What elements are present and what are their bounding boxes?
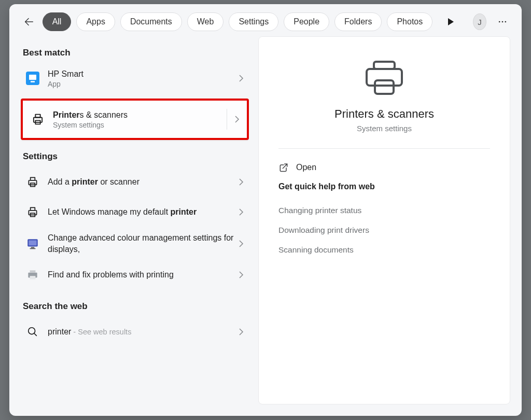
svg-rect-28	[375, 80, 394, 94]
svg-rect-19	[31, 247, 35, 248]
svg-point-2	[499, 21, 500, 23]
hp-smart-icon	[25, 71, 40, 86]
svg-rect-6	[29, 75, 36, 80]
settings-result-0[interactable]: Add a printer or scanner	[21, 167, 249, 197]
web-query: printer	[48, 326, 71, 338]
play-icon	[447, 18, 454, 26]
svg-rect-12	[31, 177, 35, 180]
preview-subtitle: System settings	[278, 124, 490, 133]
chevron-right-icon	[234, 115, 240, 123]
settings-result-3[interactable]: Find and fix problems with printing	[21, 260, 249, 290]
help-link-0[interactable]: Changing printer status	[278, 201, 490, 220]
printer-icon	[30, 111, 46, 127]
chevron-right-icon	[239, 74, 244, 82]
open-action[interactable]: Open	[278, 160, 490, 182]
settings-result-1[interactable]: Let Windows manage my default printer	[21, 197, 249, 227]
chevron-right-icon	[239, 178, 244, 186]
section-title-best-match: Best match	[23, 48, 249, 58]
arrow-left-icon	[23, 16, 35, 27]
printer-icon	[25, 204, 40, 220]
help-link-1[interactable]: Downloading print drivers	[278, 220, 490, 240]
svg-marker-1	[448, 18, 454, 25]
tab-apps[interactable]: Apps	[76, 12, 115, 31]
tab-photos[interactable]: Photos	[387, 12, 432, 31]
open-external-icon	[278, 162, 289, 173]
svg-point-4	[505, 21, 506, 23]
tab-web[interactable]: Web	[187, 12, 224, 31]
result-hp-smart[interactable]: HP Smart App	[21, 63, 249, 93]
result-title: Printers & scanners	[53, 109, 223, 121]
back-button[interactable]	[21, 11, 37, 32]
svg-rect-18	[29, 240, 36, 245]
web-result[interactable]: printer - See web results	[21, 317, 249, 347]
svg-rect-9	[35, 115, 40, 118]
tabs: AllAppsDocumentsWebSettingsPeopleFolders…	[43, 12, 433, 31]
tab-settings[interactable]: Settings	[229, 12, 278, 31]
search-icon	[25, 324, 40, 340]
tab-documents[interactable]: Documents	[120, 12, 182, 31]
result-printers-scanners[interactable]: Printers & scanners System settings	[23, 101, 247, 138]
svg-rect-8	[34, 118, 42, 122]
tab-folders[interactable]: Folders	[334, 12, 382, 31]
more-options-button[interactable]	[495, 12, 510, 32]
settings-result-2[interactable]: Change advanced colour management settin…	[21, 227, 249, 260]
svg-rect-22	[30, 271, 36, 273]
preview-printer-icon	[362, 59, 406, 98]
svg-rect-23	[30, 276, 36, 279]
result-title: Change advanced colour management settin…	[48, 232, 234, 255]
preview-title: Printers & scanners	[278, 107, 490, 121]
divider	[278, 148, 490, 149]
svg-rect-26	[374, 62, 395, 69]
ellipsis-icon	[497, 17, 508, 27]
results-pane: Best match HP Smart App	[21, 36, 249, 404]
svg-rect-27	[367, 69, 402, 86]
open-label: Open	[296, 163, 316, 172]
svg-rect-7	[31, 81, 35, 82]
tab-all[interactable]: All	[43, 12, 72, 31]
result-title: Add a printer or scanner	[48, 176, 234, 188]
content: Best match HP Smart App	[9, 36, 522, 416]
help-link-2[interactable]: Scanning documents	[278, 240, 490, 260]
printer-icon	[25, 174, 40, 190]
svg-rect-20	[30, 248, 36, 249]
search-window: AllAppsDocumentsWebSettingsPeopleFolders…	[9, 4, 522, 416]
topbar: AllAppsDocumentsWebSettingsPeopleFolders…	[9, 4, 522, 36]
result-subtitle: App	[48, 80, 234, 88]
chevron-right-icon	[239, 208, 244, 216]
section-title-web: Search the web	[23, 301, 249, 312]
result-printers-scanners-highlight: Printers & scanners System settings	[21, 99, 249, 140]
result-title: Find and fix problems with printing	[48, 269, 234, 281]
result-title: HP Smart	[48, 68, 234, 80]
preview-pane: Printers & scanners System settings Open…	[258, 36, 510, 404]
avatar-letter: J	[478, 18, 482, 26]
svg-rect-14	[29, 211, 36, 215]
section-title-settings: Settings	[23, 151, 249, 162]
web-suffix: - See web results	[73, 328, 131, 336]
svg-rect-15	[31, 207, 35, 210]
divider	[227, 109, 227, 130]
chevron-right-icon	[239, 240, 244, 248]
troubleshoot-printer-icon	[25, 267, 40, 283]
user-avatar[interactable]: J	[473, 13, 486, 30]
svg-line-25	[34, 333, 37, 336]
settings-results: Add a printer or scanner Let Windows man…	[21, 167, 249, 290]
result-subtitle: System settings	[53, 121, 223, 129]
svg-rect-11	[29, 180, 36, 185]
tab-people[interactable]: People	[284, 12, 329, 31]
more-tabs-indicator[interactable]	[443, 12, 458, 32]
help-title: Get quick help from web	[278, 182, 490, 191]
result-title: Let Windows manage my default printer	[48, 206, 234, 218]
svg-point-3	[502, 21, 504, 23]
chevron-right-icon	[239, 328, 244, 336]
chevron-right-icon	[239, 271, 244, 279]
monitor-icon	[25, 236, 40, 251]
help-links: Changing printer statusDownloading print…	[278, 201, 490, 260]
